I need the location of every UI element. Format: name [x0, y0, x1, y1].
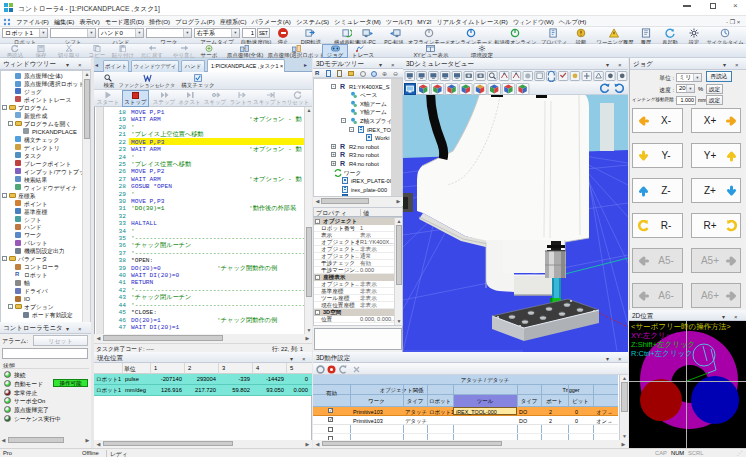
svg-text:XY:左クリック: XY:左クリック	[631, 331, 681, 340]
svg-text:R:Ctrl+左クリック: R:Ctrl+左クリック	[631, 349, 693, 358]
svg-text:Z:Shift+左クリック: Z:Shift+左クリック	[631, 340, 695, 349]
svg-text:<サーボフリー時の操作方法>: <サーボフリー時の操作方法>	[631, 322, 731, 331]
